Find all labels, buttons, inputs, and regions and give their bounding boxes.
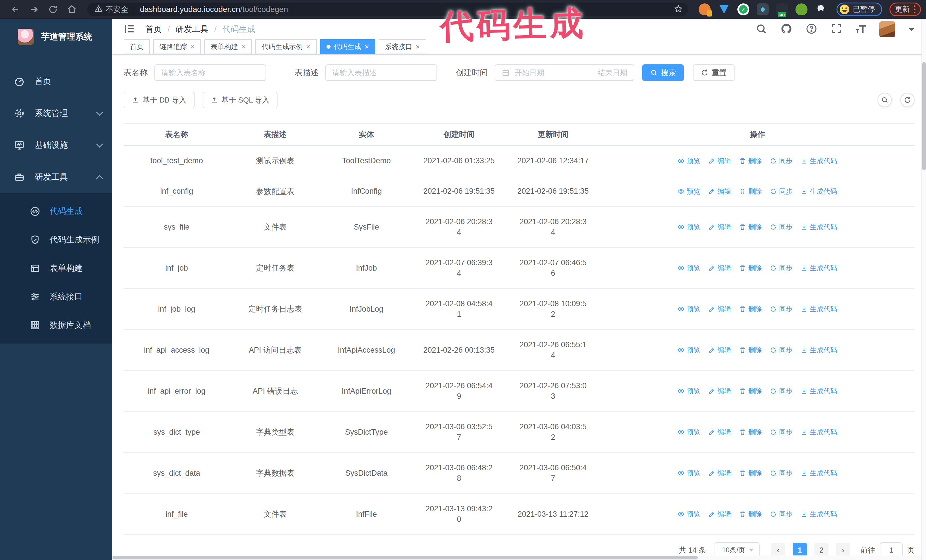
action-delete-link[interactable]: 删除 [739,427,762,437]
table-desc-input[interactable] [325,64,437,81]
action-edit-link[interactable]: 编辑 [708,427,731,437]
action-delete-link[interactable]: 删除 [739,264,762,273]
create-time-range-picker[interactable]: 开始日期 - 结束日期 [495,64,634,81]
extension-icon[interactable] [796,3,808,15]
font-size-icon[interactable]: тT [856,23,866,36]
sidebar-item-infrastructure[interactable]: 基础设施 [0,129,112,161]
action-edit-link[interactable]: 编辑 [708,264,731,273]
reset-button[interactable]: 重置 [693,64,735,81]
action-sync-link[interactable]: 同步 [770,510,793,519]
action-generate-code-link[interactable]: 生成代码 [800,427,837,437]
horizontal-scrollbar[interactable] [112,555,921,560]
address-bar[interactable]: 不安全 dashboard.yudao.iocoder.cn/tool/code… [87,3,688,16]
back-icon[interactable] [8,2,23,17]
action-generate-code-link[interactable]: 生成代码 [800,469,837,478]
action-generate-code-link[interactable]: 生成代码 [800,187,837,196]
action-edit-link[interactable]: 编辑 [708,187,731,196]
sidebar-item-dev-tools[interactable]: 研发工具 [0,161,112,193]
action-generate-code-link[interactable]: 生成代码 [800,222,837,232]
action-sync-link[interactable]: 同步 [770,156,793,166]
tab-close-icon[interactable]: × [190,43,195,50]
horizontal-scrollbar-thumb[interactable] [112,556,698,559]
action-generate-code-link[interactable]: 生成代码 [800,346,837,355]
action-edit-link[interactable]: 编辑 [708,346,731,355]
import-db-button[interactable]: 基于 DB 导入 [124,92,195,108]
sidebar-item-system-management[interactable]: 系统管理 [0,97,112,129]
action-edit-link[interactable]: 编辑 [708,222,731,232]
action-generate-code-link[interactable]: 生成代码 [800,264,837,273]
help-icon[interactable] [805,23,817,36]
action-generate-code-link[interactable]: 生成代码 [800,305,837,314]
sidebar-item-system-api[interactable]: 系统接口 [0,282,112,311]
action-edit-link[interactable]: 编辑 [708,156,731,166]
search-button[interactable]: 搜索 [642,64,684,81]
sidebar-item-code-generation-example[interactable]: 代码生成示例 [0,226,112,254]
import-sql-button[interactable]: 基于 SQL 导入 [203,92,278,108]
tab[interactable]: 代码生成 × [320,39,375,54]
action-preview-link[interactable]: 预览 [678,427,701,437]
action-edit-link[interactable]: 编辑 [708,386,731,395]
extension-icon[interactable]: on [776,3,788,15]
breadcrumb-dev-tools[interactable]: 研发工具 [176,24,209,35]
vertical-scrollbar-thumb[interactable] [922,62,926,171]
action-delete-link[interactable]: 删除 [739,305,762,314]
home-icon[interactable] [64,2,79,17]
github-icon[interactable] [781,23,792,36]
action-delete-link[interactable]: 删除 [739,386,762,395]
sidebar-item-database-docs[interactable]: 数据库文档 [0,311,112,340]
action-delete-link[interactable]: 删除 [739,510,762,519]
avatar[interactable] [879,21,895,37]
extension-icon[interactable] [757,3,769,15]
tab[interactable]: 首页 [124,39,150,54]
action-generate-code-link[interactable]: 生成代码 [800,386,837,395]
action-delete-link[interactable]: 删除 [739,222,762,232]
avatar-caret-down-icon[interactable] [908,28,915,31]
tab-close-icon[interactable]: × [416,43,420,50]
action-preview-link[interactable]: 预览 [678,264,701,273]
refresh-table-button[interactable] [900,93,915,107]
tab-close-icon[interactable]: × [241,43,246,50]
action-edit-link[interactable]: 编辑 [708,305,731,314]
tab-close-icon[interactable]: × [306,43,310,50]
action-preview-link[interactable]: 预览 [678,187,701,196]
security-label[interactable]: 不安全 [106,4,129,15]
action-delete-link[interactable]: 删除 [739,469,762,478]
prev-page-button[interactable]: ‹ [771,543,785,557]
action-generate-code-link[interactable]: 生成代码 [800,156,837,166]
action-delete-link[interactable]: 删除 [739,156,762,166]
extension-icon[interactable] [699,3,711,15]
action-delete-link[interactable]: 删除 [739,346,762,355]
action-delete-link[interactable]: 删除 [739,187,762,196]
extensions-puzzle-icon[interactable] [815,3,827,15]
action-sync-link[interactable]: 同步 [770,386,793,395]
sidebar-item-code-generation[interactable]: 代码生成 [0,197,112,226]
page-button-1[interactable]: 1 [793,543,807,557]
action-sync-link[interactable]: 同步 [770,305,793,314]
profile-paused-button[interactable]: 已暂停 [837,3,882,16]
tab-close-icon[interactable]: × [365,43,369,50]
collapse-sidebar-icon[interactable] [124,23,136,36]
action-sync-link[interactable]: 同步 [770,427,793,437]
page-button-2[interactable]: 2 [814,543,829,557]
sidebar-item-form-builder[interactable]: 表单构建 [0,254,112,282]
vertical-scrollbar[interactable] [921,20,926,560]
action-sync-link[interactable]: 同步 [770,469,793,478]
extension-icon[interactable] [718,3,730,15]
action-preview-link[interactable]: 预览 [678,156,701,166]
reload-icon[interactable] [45,2,61,17]
tab[interactable]: 链路追踪 × [153,39,201,54]
browser-menu-icon[interactable] [914,5,915,14]
action-sync-link[interactable]: 同步 [770,346,793,355]
toggle-search-button[interactable] [878,93,892,107]
search-icon[interactable] [755,23,767,36]
browser-update-button[interactable]: 更新 [890,3,921,16]
action-sync-link[interactable]: 同步 [770,222,793,232]
action-edit-link[interactable]: 编辑 [708,510,731,519]
action-preview-link[interactable]: 预览 [678,510,701,519]
fullscreen-icon[interactable] [831,23,843,36]
action-preview-link[interactable]: 预览 [678,222,701,232]
tab[interactable]: 表单构建 × [204,39,252,54]
action-preview-link[interactable]: 预览 [678,305,701,314]
action-preview-link[interactable]: 预览 [678,346,701,355]
breadcrumb-home[interactable]: 首页 [145,24,162,35]
